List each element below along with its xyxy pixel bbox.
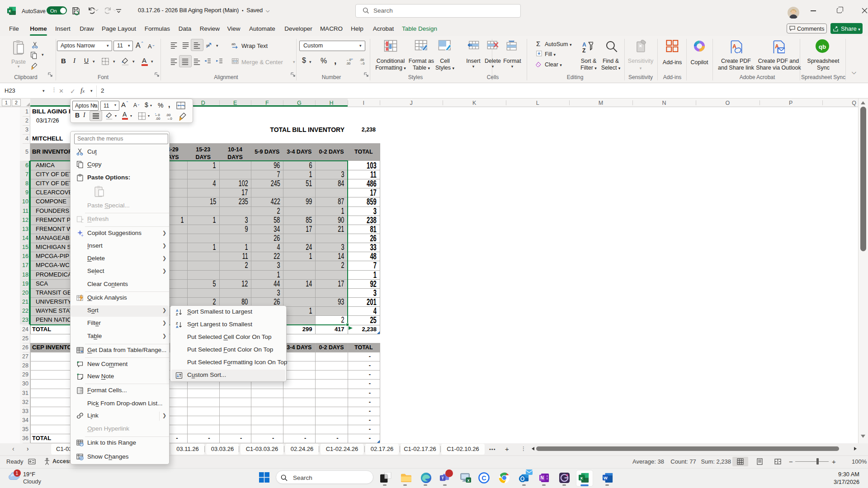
svg-text:ab: ab (206, 43, 210, 47)
svg-text:qb: qb (819, 43, 826, 50)
svg-text:→0: →0 (167, 117, 172, 120)
svg-text:T: T (441, 475, 444, 480)
svg-text:N: N (541, 475, 544, 480)
svg-text:.00: .00 (156, 117, 160, 120)
svg-text:.00: .00 (346, 62, 350, 66)
svg-text:A: A (582, 42, 586, 48)
svg-text:→0: →0 (359, 62, 364, 66)
svg-text:Z: Z (582, 47, 585, 53)
svg-text:.00: .00 (359, 58, 364, 62)
svg-text:x: x (9, 8, 11, 13)
svg-text:A: A (176, 325, 179, 328)
svg-text:x: x (580, 475, 583, 480)
svg-text:C: C (481, 474, 486, 482)
svg-text:x: x (467, 478, 470, 483)
svg-text:←0: ←0 (346, 58, 351, 62)
svg-text:W: W (604, 476, 608, 480)
svg-text:ab: ab (231, 42, 236, 46)
svg-text:Z: Z (176, 312, 178, 316)
